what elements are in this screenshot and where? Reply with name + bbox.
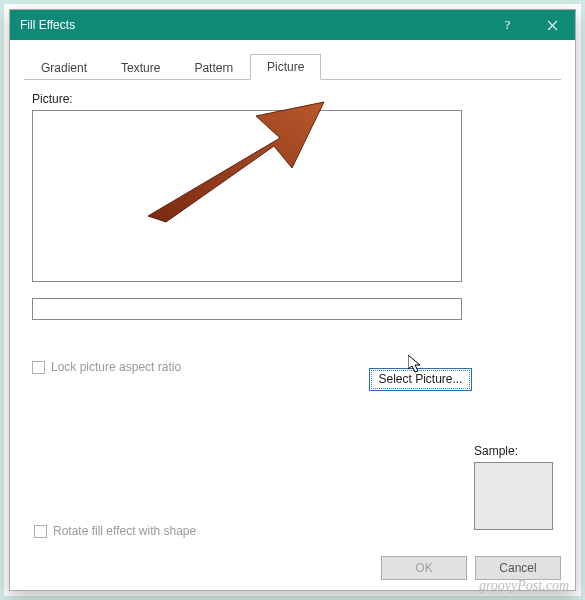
close-icon bbox=[547, 20, 558, 31]
close-button[interactable] bbox=[530, 10, 575, 40]
tab-picture[interactable]: Picture bbox=[250, 54, 321, 80]
lock-aspect-checkbox[interactable] bbox=[32, 361, 45, 374]
sample-area: Sample: bbox=[474, 444, 553, 530]
dialog-footer: OK Cancel bbox=[381, 556, 561, 580]
cancel-button[interactable]: Cancel bbox=[475, 556, 561, 580]
tab-texture[interactable]: Texture bbox=[104, 55, 177, 80]
picture-preview-box bbox=[32, 110, 462, 282]
help-button[interactable]: ? bbox=[485, 10, 530, 40]
rotate-checkbox[interactable] bbox=[34, 525, 47, 538]
tab-gradient[interactable]: Gradient bbox=[24, 55, 104, 80]
dialog-content: Gradient Texture Pattern Picture Picture… bbox=[10, 40, 575, 590]
lock-aspect-row: Lock picture aspect ratio bbox=[32, 360, 553, 374]
select-picture-button[interactable]: Select Picture... bbox=[369, 368, 472, 391]
sample-preview bbox=[474, 462, 553, 530]
tab-strip: Gradient Texture Pattern Picture bbox=[24, 54, 561, 80]
ok-button[interactable]: OK bbox=[381, 556, 467, 580]
sample-label: Sample: bbox=[474, 444, 553, 458]
tab-pattern[interactable]: Pattern bbox=[177, 55, 250, 80]
rotate-row: Rotate fill effect with shape bbox=[34, 524, 196, 538]
picture-name-field bbox=[32, 298, 462, 320]
dialog-title: Fill Effects bbox=[20, 18, 485, 32]
fill-effects-dialog: Fill Effects ? Gradient Texture Pattern … bbox=[9, 9, 576, 591]
picture-label: Picture: bbox=[32, 92, 553, 106]
titlebar: Fill Effects ? bbox=[10, 10, 575, 40]
lock-aspect-label: Lock picture aspect ratio bbox=[51, 360, 181, 374]
rotate-label: Rotate fill effect with shape bbox=[53, 524, 196, 538]
picture-tab-page: Picture: Lock picture aspect ratio bbox=[24, 80, 561, 374]
